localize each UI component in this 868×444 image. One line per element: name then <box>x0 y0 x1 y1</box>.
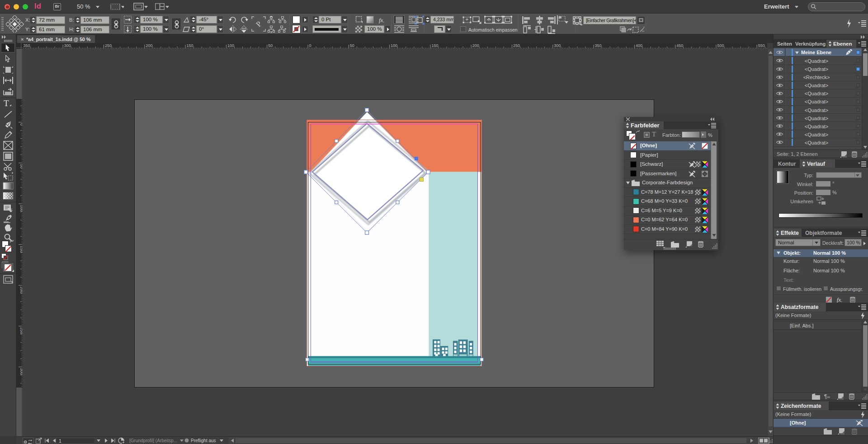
svg-text:P: P <box>254 19 263 28</box>
svg-text:450: 450 <box>676 43 683 48</box>
svg-text:150: 150 <box>431 43 438 48</box>
svg-text:100: 100 <box>227 43 234 48</box>
svg-text:300: 300 <box>554 43 561 48</box>
svg-text:550: 550 <box>758 43 765 48</box>
svg-text:350: 350 <box>23 43 30 48</box>
svg-text:50: 50 <box>350 43 354 48</box>
svg-text:500: 500 <box>717 43 724 48</box>
svg-text:300: 300 <box>64 43 71 48</box>
svg-text:400: 400 <box>636 43 642 48</box>
svg-text:350: 350 <box>595 43 602 48</box>
svg-text:200: 200 <box>472 43 479 48</box>
svg-text:250: 250 <box>105 43 112 48</box>
svg-text:0: 0 <box>309 43 311 48</box>
svg-text:150: 150 <box>187 43 193 48</box>
svg-text:250: 250 <box>513 43 520 48</box>
svg-text:200: 200 <box>146 43 152 48</box>
svg-text:100: 100 <box>391 43 397 48</box>
svg-text:50: 50 <box>268 43 273 48</box>
